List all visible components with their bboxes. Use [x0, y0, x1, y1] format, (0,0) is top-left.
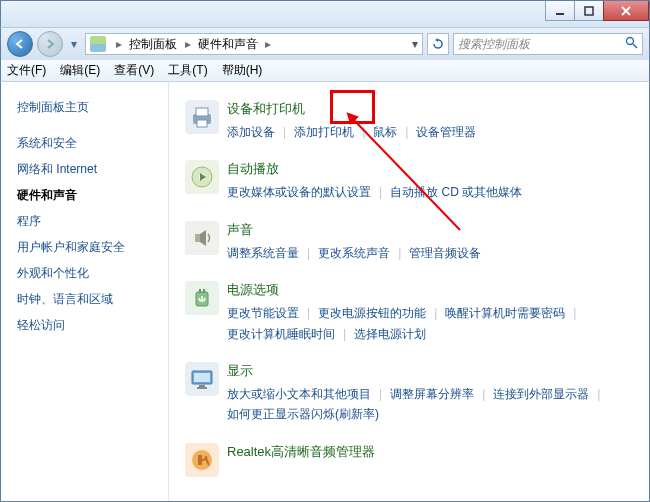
breadcrumb-part[interactable]: 硬件和声音	[198, 37, 258, 51]
breadcrumb[interactable]: ▸ 控制面板 ▸ 硬件和声音 ▸	[112, 36, 275, 53]
sidebar-item[interactable]: 硬件和声音	[11, 182, 158, 208]
section-title[interactable]: 设备和打印机	[227, 100, 633, 118]
section-link[interactable]: 唤醒计算机时需要密码	[445, 303, 565, 323]
section-link[interactable]: 如何更正显示器闪烁(刷新率)	[227, 404, 379, 424]
svg-line-5	[633, 44, 637, 48]
section-link[interactable]: 管理音频设备	[409, 243, 481, 263]
link-divider: |	[371, 384, 390, 404]
sidebar-item[interactable]: 外观和个性化	[11, 260, 158, 286]
link-divider: |	[299, 243, 318, 263]
section-devices: 设备和打印机添加设备|添加打印机|鼠标|设备管理器	[185, 100, 633, 142]
section-sound: 声音调整系统音量|更改系统声音|管理音频设备	[185, 221, 633, 263]
section-autoplay: 自动播放更改媒体或设备的默认设置|自动播放 CD 或其他媒体	[185, 160, 633, 202]
link-divider: |	[397, 122, 416, 142]
search-input[interactable]: 搜索控制面板	[453, 33, 643, 55]
svg-rect-14	[203, 289, 205, 293]
svg-rect-16	[194, 373, 210, 382]
speaker-icon	[185, 221, 219, 255]
section-link[interactable]: 更改电源按钮的功能	[318, 303, 426, 323]
control-panel-icon	[90, 36, 106, 52]
svg-rect-13	[199, 289, 201, 293]
menu-help[interactable]: 帮助(H)	[222, 62, 263, 79]
section-link[interactable]: 添加设备	[227, 122, 275, 142]
menu-bar: 文件(F) 编辑(E) 查看(V) 工具(T) 帮助(H)	[0, 60, 650, 82]
autoplay-icon	[185, 160, 219, 194]
section-display: 显示放大或缩小文本和其他项目|调整屏幕分辨率|连接到外部显示器|如何更正显示器闪…	[185, 362, 633, 425]
link-divider: |	[299, 303, 318, 323]
window-titlebar	[0, 0, 650, 28]
sidebar-item[interactable]: 网络和 Internet	[11, 156, 158, 182]
forward-button[interactable]	[37, 31, 63, 57]
sidebar-item[interactable]: 用户帐户和家庭安全	[11, 234, 158, 260]
section-link[interactable]: 调整屏幕分辨率	[390, 384, 474, 404]
link-divider: |	[335, 324, 354, 344]
power-icon	[185, 281, 219, 315]
sidebar-item[interactable]: 轻松访问	[11, 312, 158, 338]
body: 控制面板主页系统和安全网络和 Internet硬件和声音程序用户帐户和家庭安全外…	[0, 82, 650, 502]
link-divider: |	[354, 122, 373, 142]
section-link[interactable]: 放大或缩小文本和其他项目	[227, 384, 371, 404]
sidebar-item[interactable]: 时钟、语言和区域	[11, 286, 158, 312]
maximize-button[interactable]	[574, 1, 604, 21]
section-link[interactable]: 自动播放 CD 或其他媒体	[390, 182, 522, 202]
svg-rect-8	[197, 120, 207, 127]
menu-tools[interactable]: 工具(T)	[168, 62, 207, 79]
menu-view[interactable]: 查看(V)	[114, 62, 154, 79]
menu-edit[interactable]: 编辑(E)	[60, 62, 100, 79]
sidebar-item[interactable]: 系统和安全	[11, 130, 158, 156]
svg-rect-1	[585, 7, 593, 15]
search-placeholder: 搜索控制面板	[458, 36, 530, 53]
link-divider: |	[589, 384, 608, 404]
svg-point-4	[627, 38, 634, 45]
svg-rect-17	[199, 385, 205, 387]
close-button[interactable]	[603, 1, 649, 21]
svg-rect-7	[196, 108, 208, 116]
sidebar: 控制面板主页系统和安全网络和 Internet硬件和声音程序用户帐户和家庭安全外…	[1, 82, 169, 501]
address-dropdown[interactable]: ▾	[412, 37, 418, 51]
link-divider: |	[371, 182, 390, 202]
menu-file[interactable]: 文件(F)	[7, 62, 46, 79]
section-link[interactable]: 选择电源计划	[354, 324, 426, 344]
svg-rect-18	[197, 387, 207, 389]
sidebar-item[interactable]: 控制面板主页	[11, 94, 158, 120]
section-title[interactable]: 显示	[227, 362, 633, 380]
section-title[interactable]: 自动播放	[227, 160, 633, 178]
breadcrumb-part[interactable]: 控制面板	[129, 37, 177, 51]
back-button[interactable]	[7, 31, 33, 57]
search-icon[interactable]	[625, 36, 638, 52]
section-link[interactable]: 更改系统声音	[318, 243, 390, 263]
section-link[interactable]: 连接到外部显示器	[493, 384, 589, 404]
section-realtek: Realtek高清晰音频管理器	[185, 443, 633, 477]
nav-history-dropdown[interactable]: ▾	[67, 37, 81, 51]
section-title[interactable]: Realtek高清晰音频管理器	[227, 443, 633, 461]
svg-rect-11	[195, 234, 200, 242]
link-divider: |	[565, 303, 584, 323]
section-link[interactable]: 调整系统音量	[227, 243, 299, 263]
section-title[interactable]: 声音	[227, 221, 633, 239]
content-pane: 设备和打印机添加设备|添加打印机|鼠标|设备管理器自动播放更改媒体或设备的默认设…	[169, 82, 649, 501]
section-link[interactable]: 添加打印机	[294, 122, 354, 142]
section-power: 电源选项更改节能设置|更改电源按钮的功能|唤醒计算机时需要密码|更改计算机睡眠时…	[185, 281, 633, 344]
link-divider: |	[275, 122, 294, 142]
sidebar-item[interactable]: 程序	[11, 208, 158, 234]
section-link[interactable]: 更改节能设置	[227, 303, 299, 323]
section-title[interactable]: 电源选项	[227, 281, 633, 299]
link-divider: |	[426, 303, 445, 323]
address-bar[interactable]: ▸ 控制面板 ▸ 硬件和声音 ▸ ▾	[85, 33, 423, 55]
section-link[interactable]: 更改媒体或设备的默认设置	[227, 182, 371, 202]
link-divider: |	[474, 384, 493, 404]
realtek-icon	[185, 443, 219, 477]
svg-rect-20	[198, 455, 202, 465]
section-link[interactable]: 设备管理器	[416, 122, 476, 142]
section-link[interactable]: 鼠标	[373, 122, 397, 142]
section-link[interactable]: 更改计算机睡眠时间	[227, 324, 335, 344]
link-divider: |	[390, 243, 409, 263]
minimize-button[interactable]	[545, 1, 575, 21]
printer-icon	[185, 100, 219, 134]
address-bar-row: ▾ ▸ 控制面板 ▸ 硬件和声音 ▸ ▾ 搜索控制面板	[0, 28, 650, 60]
refresh-button[interactable]	[427, 33, 449, 55]
monitor-icon	[185, 362, 219, 396]
